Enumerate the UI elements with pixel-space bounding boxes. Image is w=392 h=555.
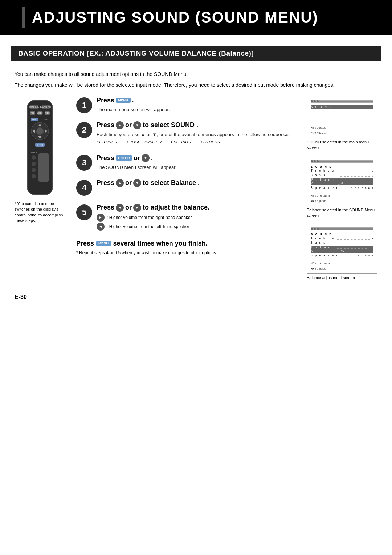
screen-2-footer2: ◄►adjust xyxy=(311,199,373,203)
nav-up-2-icon: ▲ xyxy=(116,179,124,187)
step-1-content: Press MENU . The main menu screen will a… xyxy=(97,97,299,113)
step-4: 4 Press ▲ or ▼ to select Balance . xyxy=(76,179,299,196)
screen-1-footer1: MENUquit xyxy=(311,126,373,129)
svg-text:MENU: MENU xyxy=(32,118,37,121)
screen-3-footer1: MENUreturn xyxy=(311,262,373,265)
svg-text:WIDE: WIDE xyxy=(45,112,50,114)
screen-dot-2 xyxy=(314,100,316,102)
screen-1: S O U N D MENUquit ENTERnext xyxy=(307,97,377,138)
step-4-prefix: Press xyxy=(97,179,114,187)
screen-2-wrapper: S O U N D T r e b l e _ _ _ _ _ _ _ _ _ … xyxy=(307,157,377,219)
svg-text:POWER OFF: POWER OFF xyxy=(40,106,51,108)
step-5-mid: or xyxy=(125,204,132,211)
remote-area: POWER ON POWER OFF RGB VIDEO WIDE MENU V… xyxy=(15,97,65,287)
nav-down-3-icon: ▼ xyxy=(133,179,141,187)
svg-point-19 xyxy=(36,127,44,135)
step-5-content: Press ◄ or ► to adjust the balance. ► : … xyxy=(97,204,299,232)
menu-button-icon: MENU xyxy=(116,98,131,103)
intro-text-2: The changes you make will be stored for … xyxy=(15,81,377,89)
step-1-title: Press MENU . xyxy=(97,97,299,104)
step-5-prefix: Press xyxy=(97,204,114,211)
step-3-mid: or xyxy=(134,154,140,162)
screen-2-title: S O U N D xyxy=(311,165,373,169)
final-suffix: several times when you finish. xyxy=(113,240,208,247)
step-number-5: 5 xyxy=(76,204,92,220)
svg-text:SHIFT: SHIFT xyxy=(31,151,37,154)
screen-3-footer2: ◄►adjust xyxy=(311,267,373,270)
step-3-desc: The SOUND Menu screen will appear. xyxy=(97,164,299,171)
screen-dot-1 xyxy=(311,100,313,102)
screen-2: S O U N D T r e b l e _ _ _ _ _ _ _ _ _ … xyxy=(307,157,377,206)
final-prefix: Press xyxy=(76,240,94,247)
screen-1-wrapper: S O U N D MENUquit ENTERnext SOUND selec… xyxy=(307,97,377,151)
screen-2-dot-2 xyxy=(314,160,316,162)
step-5: 5 Press ◄ or ► to adjust the balance. ► … xyxy=(76,204,299,232)
repeat-note: * Repeat steps 4 and 5 when you wish to … xyxy=(76,250,299,256)
step-2-suffix: to select SOUND . xyxy=(143,121,198,129)
svg-point-23 xyxy=(32,155,36,160)
step-4-suffix: to select Balance . xyxy=(143,179,200,187)
screen-3-bass: B a s s _ _ _ _ _ _ _ _ _ _ xyxy=(311,241,373,244)
screen-3-wrapper: S O U N D T r e b l e _ _ _ _ _ _ _ _ _ … xyxy=(307,224,377,280)
svg-point-24 xyxy=(32,162,36,166)
step-2: 2 Press ▲ or ▼ to select SOUND . Each ti… xyxy=(76,121,299,146)
step-number-2: 2 xyxy=(76,122,92,138)
menu-final-icon: MENU xyxy=(96,241,111,246)
step-number-4: 4 xyxy=(76,180,92,196)
bullet-1: ► : Higher volume from the right-hand sp… xyxy=(97,214,299,222)
steps-area: 1 Press MENU . The main menu screen will… xyxy=(73,97,299,287)
nav-left-icon: ◄ xyxy=(116,204,124,212)
step-4-mid: or xyxy=(125,179,132,187)
step-3-title: Press ENTER or ▼ . xyxy=(97,154,299,162)
step-3-suffix: . xyxy=(151,154,153,162)
section-header: BASIC OPERATION [EX.: ADJUSTING VOLUME B… xyxy=(11,46,381,61)
step-2-desc: Each time you press ▲ or ▼, one of the a… xyxy=(97,131,299,138)
screen-1-header xyxy=(311,100,373,103)
step-5-suffix: to adjust the balance. xyxy=(143,204,209,211)
svg-text:VOL: VOL xyxy=(44,118,48,121)
screen-3-caption: Balance adjustment screen xyxy=(307,275,377,280)
screen-2-bass: B a s s _ _ _ _ _ _ _ _ _ _ xyxy=(311,174,373,177)
screen-3-title: S O U N D xyxy=(311,232,373,237)
left-icon-bullet: ◄ xyxy=(97,223,105,231)
sequence-line: PICTURE ⟵⟶ POSITION/SIZE ⟵⟶ SOUND ⟵⟶ OTH… xyxy=(97,139,299,145)
screen-2-dot-1 xyxy=(311,160,313,162)
screen-2-bar xyxy=(319,161,373,162)
svg-point-25 xyxy=(32,168,36,172)
step-4-content: Press ▲ or ▼ to select Balance . xyxy=(97,179,299,189)
step-2-prefix: Press xyxy=(97,121,114,129)
nav-right-icon: ► xyxy=(133,204,141,212)
right-icon-bullet: ► xyxy=(97,214,105,222)
screen-2-header xyxy=(311,160,373,163)
svg-text:ENTER: ENTER xyxy=(37,144,43,146)
arrow-3: ⟵⟶ xyxy=(189,139,202,145)
enter-button-icon: ENTER xyxy=(116,155,132,161)
seq-sound: SOUND xyxy=(173,140,188,144)
main-layout: POWER ON POWER OFF RGB VIDEO WIDE MENU V… xyxy=(15,97,377,287)
screens-column: S O U N D MENUquit ENTERnext SOUND selec… xyxy=(307,97,377,287)
nav-up-icon: ▲ xyxy=(116,121,124,129)
screen-1-item-sound: S O U N D xyxy=(311,105,373,109)
remote-container: POWER ON POWER OFF RGB VIDEO WIDE MENU V… xyxy=(15,97,65,224)
arrow-2: ⟵⟶ xyxy=(160,139,172,145)
screen-2-speaker: S p e a k e r I n t e r n a l xyxy=(311,186,373,190)
step-3-prefix: Press xyxy=(97,154,114,162)
seq-picture: PICTURE xyxy=(97,140,114,144)
page-title: ADJUSTING SOUND (SOUND MENU) xyxy=(32,9,318,26)
seq-position: POSITION/SIZE xyxy=(129,140,158,144)
remote-svg: POWER ON POWER OFF RGB VIDEO WIDE MENU V… xyxy=(20,97,60,198)
step-2-mid: or xyxy=(125,121,132,129)
svg-text:VIDEO: VIDEO xyxy=(37,112,43,114)
arrow-1: ⟵⟶ xyxy=(115,139,128,145)
screen-3-dot-1 xyxy=(311,228,313,230)
step-1: 1 Press MENU . The main menu screen will… xyxy=(76,97,299,113)
screen-3-dot-3 xyxy=(317,228,319,230)
step-1-suffix: . xyxy=(132,97,134,104)
title-bar: ADJUSTING SOUND (SOUND MENU) xyxy=(0,0,392,35)
screen-3-speaker: S p e a k e r I n t e r n a l xyxy=(311,254,373,257)
screen-2-balance: B a l a n c e _ _ _ _ _ _ _ _ _ _ 0 xyxy=(311,178,373,185)
step-2-title: Press ▲ or ▼ to select SOUND . xyxy=(97,121,299,129)
screen-3-bar xyxy=(319,228,373,230)
svg-text:POWER ON: POWER ON xyxy=(29,106,39,108)
footer-area: E-30 xyxy=(15,294,377,308)
